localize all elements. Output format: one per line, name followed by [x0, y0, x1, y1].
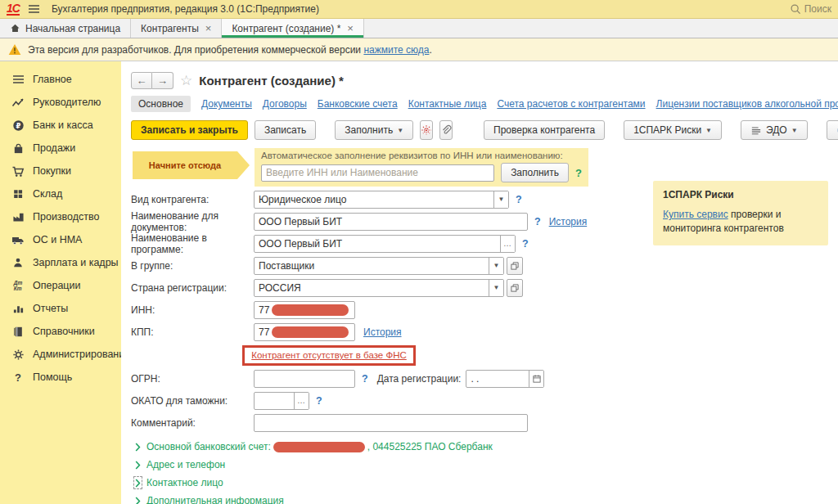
autofill-panel: Автоматическое заполнение реквизитов по … — [255, 148, 588, 187]
section-address-phone[interactable]: Адрес и телефон — [131, 456, 838, 474]
kind-select[interactable]: ▼ — [254, 191, 509, 209]
calendar-icon[interactable] — [529, 371, 543, 387]
save-close-button[interactable]: Записать и закрыть — [131, 120, 248, 140]
help-icon[interactable]: ? — [534, 216, 541, 227]
redaction-bar — [272, 326, 349, 338]
banner-link[interactable]: нажмите сюда — [363, 44, 429, 56]
tab-kontragent-create[interactable]: Контрагент (создание) * × — [222, 19, 364, 38]
check-counterparty-button[interactable]: Проверка контрагента — [484, 120, 605, 140]
start-here-callout: Начните отсюда — [133, 151, 237, 179]
sidebar-item-proizvodstvo[interactable]: Производство — [0, 205, 121, 228]
sidebar-item-os-i-nma[interactable]: ОС и НМА — [0, 228, 121, 251]
chevron-right-icon — [131, 497, 144, 504]
sidebar-item-bank-i-kassa[interactable]: ₽ Банк и касса — [0, 114, 121, 137]
paperclip-icon — [440, 124, 452, 136]
buy-service-link[interactable]: Купить сервис — [663, 209, 728, 220]
kpp-history-link[interactable]: История — [363, 326, 402, 338]
ellipsis-icon[interactable]: … — [500, 236, 515, 252]
okato-input[interactable]: … — [254, 392, 309, 410]
tab-label: Начальная страница — [25, 23, 120, 34]
autofill-help-icon[interactable]: ? — [575, 167, 582, 179]
prog-name-input[interactable]: … — [254, 235, 516, 253]
sidebar-item-operacii[interactable]: ДтКт Операции — [0, 274, 121, 297]
envelope-button[interactable]: Конверт — [827, 120, 838, 140]
section-bank-account[interactable]: Основной банковский счет:, 044525225 ПАО… — [131, 438, 838, 456]
sidebar-item-glavnoe[interactable]: Главное — [0, 68, 121, 91]
nav-dogovory[interactable]: Договоры — [263, 98, 307, 110]
menu-icon — [11, 74, 25, 84]
kpp-input[interactable] — [254, 323, 355, 341]
chevron-down-icon[interactable]: ▼ — [493, 191, 508, 208]
sidebar-item-zarplata-i-kadry[interactable]: Зарплата и кадры — [0, 251, 121, 274]
focus-outline — [133, 476, 142, 489]
help-icon[interactable]: ? — [522, 238, 529, 250]
search-icon — [790, 3, 801, 15]
chevron-right-icon — [131, 443, 144, 452]
field-label: КПП: — [131, 326, 254, 338]
home-icon — [10, 23, 20, 34]
fill-button[interactable]: Заполнить▼ — [335, 120, 413, 140]
help-icon[interactable]: ? — [516, 194, 522, 205]
sidebar-item-spravochniki[interactable]: Справочники — [0, 320, 121, 343]
fns-missing-link[interactable]: Контрагент отсутствует в базе ФНС — [251, 350, 407, 360]
titlebar: 1С Бухгалтерия предприятия, редакция 3.0… — [0, 0, 838, 19]
reg-date-input[interactable] — [466, 370, 544, 388]
close-icon[interactable]: × — [347, 22, 354, 34]
section-extra-info[interactable]: Дополнительная информация — [131, 492, 838, 504]
nav-bankovskie-scheta[interactable]: Банковские счета — [318, 98, 398, 110]
nav-scheta-raschetov[interactable]: Счета расчетов с контрагентами — [497, 98, 645, 110]
sidebar-item-prodazhi[interactable]: Продажи — [0, 137, 121, 160]
spark-risks-button[interactable]: 1СПАРК Риски▼ — [624, 120, 722, 140]
chevron-down-icon[interactable]: ▼ — [489, 258, 503, 274]
open-item-button[interactable] — [507, 279, 523, 297]
warning-icon — [8, 43, 21, 56]
country-select[interactable]: ▼ — [254, 279, 504, 297]
doc-name-input[interactable] — [254, 213, 528, 231]
back-button[interactable]: ← — [131, 72, 152, 89]
history-nav: ← → — [131, 72, 173, 89]
sidebar-item-otchety[interactable]: Отчеты — [0, 297, 121, 320]
save-button[interactable]: Записать — [255, 120, 316, 140]
section-label: Дополнительная информация — [146, 495, 284, 504]
close-icon[interactable]: × — [205, 22, 212, 34]
group-select[interactable]: ▼ — [254, 257, 504, 275]
doc-name-history-link[interactable]: История — [549, 216, 588, 227]
form-row-inn: ИНН: — [131, 299, 838, 321]
open-item-button[interactable] — [507, 257, 523, 275]
attachment-button[interactable] — [439, 120, 453, 140]
truck-icon — [11, 234, 25, 245]
hamburger-menu-icon[interactable] — [28, 4, 40, 14]
forward-button[interactable]: → — [152, 72, 173, 89]
nav-licenzii[interactable]: Лицензии поставщиков алкогольной продукц… — [656, 98, 838, 110]
field-label: Наименование для документов: — [131, 210, 254, 233]
toolbar: Записать и закрыть Записать Заполнить▼ П… — [131, 119, 838, 142]
favorite-star-icon[interactable]: ☆ — [180, 72, 192, 89]
edo-button[interactable]: ЭДО▼ — [741, 120, 808, 140]
sidebar-item-rukovoditelyu[interactable]: Руководителю — [0, 91, 121, 114]
ellipsis-icon[interactable]: … — [294, 393, 309, 409]
tab-home[interactable]: Начальная страница — [0, 19, 131, 38]
nav-dokumenty[interactable]: Документы — [201, 98, 252, 110]
app-title: Бухгалтерия предприятия, редакция 3.0 (1… — [52, 3, 319, 15]
help-icon[interactable]: ? — [316, 395, 322, 407]
section-contact-person[interactable]: Контактное лицо — [131, 474, 838, 492]
nav-kontaktnye-lica[interactable]: Контактные лица — [408, 98, 487, 110]
sidebar-item-pomosch[interactable]: ? Помощь — [0, 366, 121, 389]
field-label: ОГРН: — [131, 373, 254, 385]
tab-kontragenty[interactable]: Контрагенты × — [131, 19, 222, 38]
chevron-down-icon[interactable]: ▼ — [489, 280, 503, 296]
spark-burst-button[interactable] — [420, 120, 433, 140]
nav-osnovnoe[interactable]: Основное — [131, 96, 191, 112]
field-label: Страна регистрации: — [131, 282, 254, 294]
sidebar-item-administrirovanie[interactable]: Администрирование — [0, 343, 121, 366]
inn-or-name-input[interactable] — [261, 164, 494, 182]
global-search[interactable]: Поиск — [790, 3, 831, 15]
inn-input[interactable] — [254, 301, 355, 319]
sidebar-item-sklad[interactable]: Склад — [0, 182, 121, 205]
help-icon[interactable]: ? — [362, 373, 368, 385]
ogrn-input[interactable] — [254, 370, 355, 388]
sidebar-item-pokupki[interactable]: Покупки — [0, 160, 121, 182]
autofill-fill-button[interactable]: Заполнить — [501, 163, 569, 182]
comment-input[interactable] — [254, 414, 528, 432]
burst-icon — [421, 124, 432, 136]
